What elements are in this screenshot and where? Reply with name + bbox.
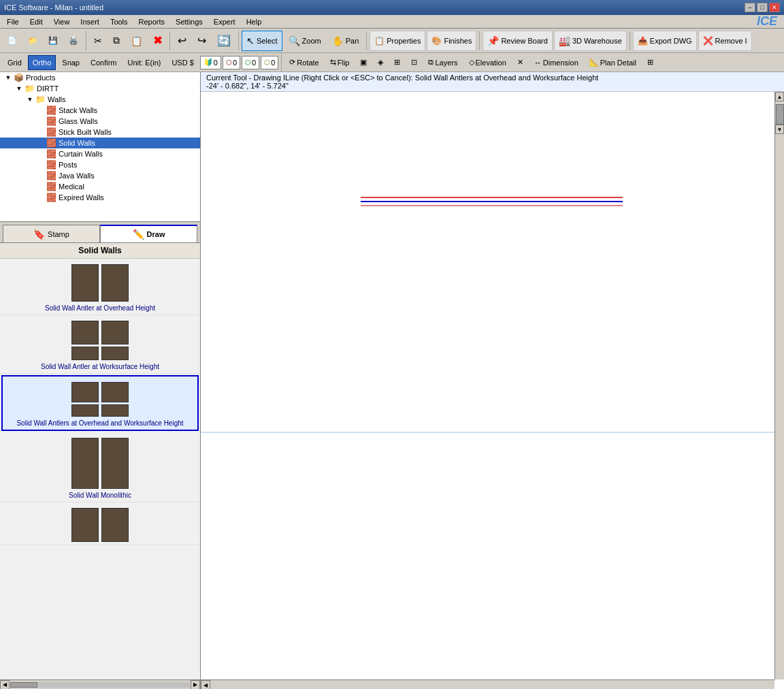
new-button[interactable]: 📄 [3, 31, 22, 51]
hscroll-left[interactable]: ◀ [201, 680, 210, 689]
tree-item-posts[interactable]: ▶ 🧱 Posts [0, 159, 200, 170]
save-button[interactable]: 💾 [44, 31, 63, 51]
left-scroll-right[interactable]: ▶ [191, 680, 200, 690]
b4-button[interactable]: ⊡ [406, 55, 422, 70]
draw-tab[interactable]: ✏️ Draw [100, 225, 197, 242]
confirm-button[interactable]: Confirm [86, 55, 122, 70]
cut-button[interactable]: ✂ [89, 31, 107, 51]
tree-toggle-products[interactable]: ▼ [3, 74, 14, 81]
product-item-5[interactable] [0, 502, 200, 545]
product-img-3a [71, 382, 99, 402]
copy-button[interactable]: ⧉ [108, 31, 125, 51]
stamp-tab[interactable]: 🔖 Stamp [3, 225, 100, 242]
menu-insert[interactable]: Insert [75, 16, 105, 27]
zoom-button[interactable]: 🔍 Zoom [284, 31, 326, 51]
medical-icon: 🧱 [46, 182, 56, 191]
currency-button[interactable]: USD $ [167, 55, 198, 70]
tree-item-medical[interactable]: ▶ 🧱 Medical [0, 181, 200, 192]
products-icon: 📦 [14, 73, 24, 82]
refresh-button[interactable]: 🔄 [212, 31, 235, 51]
unit-button[interactable]: Unit: E(in) [123, 55, 166, 70]
remove-button[interactable]: ❌ Remove I [698, 31, 752, 51]
select-cursor-icon: ↖ [246, 35, 255, 46]
tree-toggle-walls[interactable]: ▼ [24, 96, 35, 103]
extra-icon: ⊞ [647, 58, 653, 67]
b2-button[interactable]: ◈ [373, 55, 388, 70]
delete-button[interactable]: ✖ [148, 31, 167, 51]
finishes-label: Finishes [444, 37, 472, 45]
restore-button[interactable]: □ [757, 3, 768, 12]
close-button[interactable]: ✕ [769, 3, 780, 12]
snap-button[interactable]: Snap [57, 55, 84, 70]
product-item-monolithic[interactable]: Solid Wall Monolithic [0, 432, 200, 502]
tree-item-expired-walls[interactable]: ▶ 🧱 Expired Walls [0, 192, 200, 203]
vscroll-thumb[interactable] [776, 104, 784, 125]
products-panel[interactable]: Solid Walls Solid Wall Antler at Overhea… [0, 243, 200, 679]
open-button[interactable]: 📁 [23, 31, 42, 51]
elevation-button[interactable]: ◇ Elevation [464, 55, 511, 70]
solid-walls-label: Solid Walls [59, 139, 95, 147]
canvas-svg [201, 92, 784, 689]
product-img-3d [101, 404, 129, 417]
tree-item-products[interactable]: ▼ 📦 Products [0, 72, 200, 83]
finishes-button[interactable]: 🎨 Finishes [427, 31, 476, 51]
product-item-antlers-both[interactable]: Solid Wall Antlers at Overhead and Works… [1, 375, 199, 431]
canvas-content[interactable]: ▲ ▼ ◀ ▶ [201, 92, 784, 689]
vscroll-up[interactable]: ▲ [775, 92, 784, 101]
dimension-button[interactable]: ↔ Dimension [529, 55, 583, 70]
flip-button[interactable]: ⇆ Flip [325, 55, 355, 70]
stack-walls-icon: 🧱 [46, 106, 56, 115]
redo-button[interactable]: ↪ [193, 31, 211, 51]
export-dwg-button[interactable]: 📤 Export DWG [633, 31, 697, 51]
b2-icon: ◈ [378, 58, 383, 67]
menu-edit[interactable]: Edit [24, 16, 48, 27]
tree-container[interactable]: ▼ 📦 Products ▼ 📁 DIRTT ▼ 📁 Walls ▶ [0, 72, 200, 222]
tree-item-walls[interactable]: ▼ 📁 Walls [0, 94, 200, 105]
tree-item-java-walls[interactable]: ▶ 🧱 Java Walls [0, 170, 200, 181]
menu-file[interactable]: File [1, 16, 24, 27]
tree-item-curtain-walls[interactable]: ▶ 🧱 Curtain Walls [0, 148, 200, 159]
product-img-5b [101, 508, 129, 542]
warehouse-button[interactable]: 🏭 3D Warehouse [554, 31, 627, 51]
product-item-antler-overhead[interactable]: Solid Wall Antler at Overhead Height [0, 259, 200, 315]
tree-toggle-dirtt[interactable]: ▼ [14, 85, 24, 92]
ortho-button[interactable]: Ortho [28, 55, 56, 70]
tree-item-stack-walls[interactable]: ▶ 🧱 Stack Walls [0, 105, 200, 116]
canvas-hscroll[interactable]: ◀ ▶ [201, 679, 774, 689]
review-board-label: Review Board [501, 37, 547, 45]
layers-button[interactable]: ⧉ Layers [423, 55, 462, 70]
pan-button[interactable]: ✋ Pan [327, 31, 364, 51]
left-scroll-left[interactable]: ◀ [0, 680, 10, 690]
canvas-area[interactable]: Current Tool - Drawing ILine (Right Clic… [201, 72, 784, 689]
tree-item-glass-walls[interactable]: ▶ 🧱 Glass Walls [0, 116, 200, 127]
menu-view[interactable]: View [48, 16, 76, 27]
cross-button[interactable]: ✕ [512, 55, 528, 70]
select-button[interactable]: ↖ Select [242, 31, 282, 51]
undo-button[interactable]: ↩ [173, 31, 191, 51]
b3-button[interactable]: ⊞ [389, 55, 405, 70]
menu-reports[interactable]: Reports [133, 16, 171, 27]
sep6 [630, 31, 630, 50]
minimize-button[interactable]: − [745, 3, 755, 12]
plan-detail-button[interactable]: 📐 Plan Detail [585, 55, 641, 70]
b1-button[interactable]: ▣ [355, 55, 372, 70]
tree-item-dirtt[interactable]: ▼ 📁 DIRTT [0, 83, 200, 94]
tree-item-solid-walls[interactable]: ▶ 🧱 Solid Walls [0, 138, 200, 148]
zoom-icon: 🔍 [289, 35, 300, 46]
rotate-button[interactable]: ⟳ Rotate [284, 55, 323, 70]
product-item-antler-worksurface[interactable]: Solid Wall Antler at Worksurface Height [0, 315, 200, 374]
menu-tools[interactable]: Tools [105, 16, 133, 27]
properties-button[interactable]: 📋 Properties [370, 31, 425, 51]
menu-expert[interactable]: Expert [208, 16, 241, 27]
extra-button[interactable]: ⊞ [642, 55, 658, 70]
review-board-button[interactable]: 📌 Review Board [483, 31, 552, 51]
menu-help[interactable]: Help [241, 16, 267, 27]
vscroll-down[interactable]: ▼ [775, 125, 784, 134]
canvas-vscroll[interactable]: ▲ ▼ [774, 92, 784, 679]
left-scroll-thumb[interactable] [10, 682, 37, 688]
print-button[interactable]: 🖨️ [64, 31, 83, 51]
tree-item-stick-built[interactable]: ▶ 🧱 Stick Built Walls [0, 127, 200, 138]
grid-button[interactable]: Grid [3, 55, 27, 70]
menu-settings[interactable]: Settings [170, 16, 208, 27]
paste-button[interactable]: 📋 [126, 31, 147, 51]
